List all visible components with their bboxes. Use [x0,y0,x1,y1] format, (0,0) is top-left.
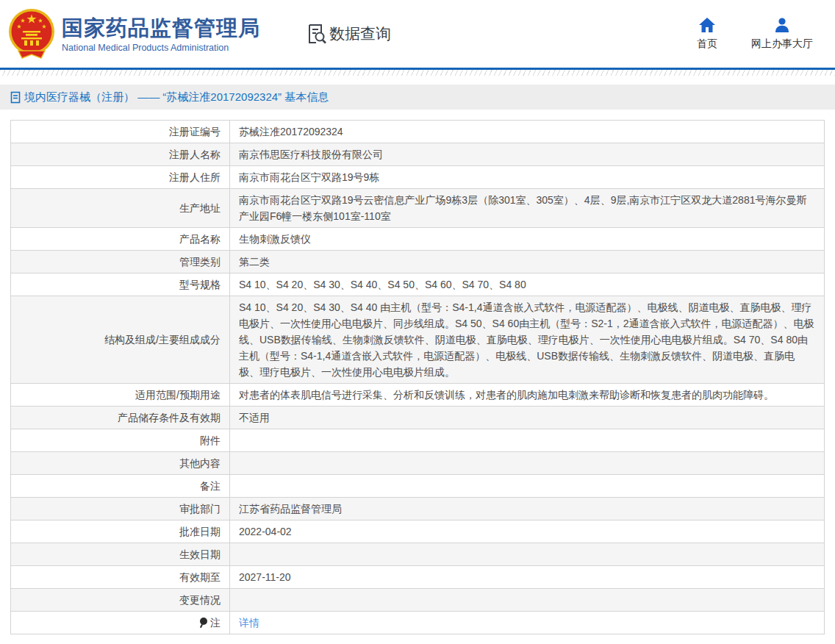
hatch-stripe [0,70,835,76]
row-value [230,589,825,612]
nav-online-hall-label: 网上办事大厅 [751,37,813,51]
row-label: 审批部门 [11,498,230,520]
user-icon [773,17,791,33]
page-title: 境内医疗器械（注册） —— “苏械注准20172092324” 基本信息 [24,90,329,104]
row-label: 变更情况 [11,589,230,612]
table-row: 注册人名称南京伟思医疗科技股份有限公司 [11,143,825,166]
nav-data-query[interactable]: 数据查询 [306,23,391,45]
row-value [230,543,825,566]
org-name-en: National Medical Products Administration [62,43,260,53]
row-label: 结构及组成/主要组成成分 [11,296,230,384]
row-value [230,429,825,452]
info-table: 注册证编号苏械注准20172092324注册人名称南京伟思医疗科技股份有限公司注… [10,120,825,634]
table-row: 附件 [11,429,825,452]
table-row: 生效日期 [11,543,825,566]
brand[interactable]: 国家药品监督管理局 National Medical Products Admi… [7,7,260,61]
row-label: 注册人名称 [11,143,230,166]
table-row: 管理类别第二类 [11,251,825,273]
row-value: 江苏省药品监督管理局 [230,498,825,520]
row-label: 注册人住所 [11,166,230,189]
breadcrumb: 境内医疗器械（注册） —— “苏械注准20172092324” 基本信息 [0,85,835,110]
row-label: 管理类别 [11,251,230,273]
row-label: 注册证编号 [11,121,230,143]
row-value: 南京市雨花台区宁双路19号9栋 [230,166,825,189]
row-label: 批准日期 [11,520,230,543]
nav-online-hall[interactable]: 网上办事大厅 [751,17,813,51]
row-value: S4 10、S4 20、S4 30、S4 40 由主机（型号：S4-1,4通道含… [230,296,825,384]
home-icon [698,17,716,33]
table-row: 其他内容 [11,452,825,475]
table-row: 审批部门江苏省药品监督管理局 [11,498,825,520]
table-row: 注册人住所南京市雨花台区宁双路19号9栋 [11,166,825,189]
row-label: 附件 [11,429,230,452]
table-row: 产品储存条件及有效期不适用 [11,407,825,429]
row-label: 备注 [11,475,230,498]
row-label: 产品储存条件及有效期 [11,407,230,429]
row-value: 南京伟思医疗科技股份有限公司 [230,143,825,166]
row-value: 苏械注准20172092324 [230,121,825,143]
row-label: 生产地址 [11,189,230,228]
row-value: 2022-04-02 [230,520,825,543]
data-query-icon [306,23,326,45]
table-row: 变更情况 [11,589,825,612]
nav-home[interactable]: 首页 [697,17,717,51]
table-row: 生产地址南京市雨花台区宁双路19号云密信息产业广场9栋3层（除301室、305室… [11,189,825,228]
row-value [230,452,825,475]
row-value: 生物刺激反馈仪 [230,228,825,251]
row-label: 适用范围/预期用途 [11,384,230,407]
nav-home-label: 首页 [697,37,717,51]
row-label: 有效期至 [11,566,230,589]
row-value: 2027-11-20 [230,566,825,589]
table-row: 型号规格S4 10、S4 20、S4 30、S4 40、S4 50、S4 60、… [11,273,825,296]
data-query-label: 数据查询 [329,24,391,44]
table-row: 有效期至2027-11-20 [11,566,825,589]
national-emblem-logo [7,7,56,61]
detail-link[interactable]: 详情 [239,617,259,629]
row-value [230,475,825,498]
table-row: 结构及组成/主要组成成分S4 10、S4 20、S4 30、S4 40 由主机（… [11,296,825,384]
row-value: 第二类 [230,251,825,273]
row-value: 不适用 [230,407,825,429]
row-label: 生效日期 [11,543,230,566]
table-row: 适用范围/预期用途对患者的体表肌电信号进行采集、分析和反馈训练，对患者的肌肉施加… [11,384,825,407]
row-value: 对患者的体表肌电信号进行采集、分析和反馈训练，对患者的肌肉施加电刺激来帮助诊断和… [230,384,825,407]
row-value: 南京市雨花台区宁双路19号云密信息产业广场9栋3层（除301室、305室）、4层… [230,189,825,228]
table-row: 注详情 [11,612,825,634]
document-icon [10,91,21,104]
table-row: 注册证编号苏械注准20172092324 [11,121,825,143]
row-label: 注 [11,612,230,634]
top-nav: 首页 网上办事大厅 [697,17,813,51]
site-header: 国家药品监督管理局 National Medical Products Admi… [0,0,835,68]
row-label: 产品名称 [11,228,230,251]
org-name-cn: 国家药品监督管理局 [62,15,260,40]
row-value: S4 10、S4 20、S4 30、S4 40、S4 50、S4 60、S4 7… [230,273,825,296]
brand-text: 国家药品监督管理局 National Medical Products Admi… [62,15,260,53]
info-table-body: 注册证编号苏械注准20172092324注册人名称南京伟思医疗科技股份有限公司注… [11,121,825,634]
table-row: 备注 [11,475,825,498]
note-balloon-icon [200,618,208,627]
row-label: 型号规格 [11,273,230,296]
table-row: 产品名称生物刺激反馈仪 [11,228,825,251]
table-row: 批准日期2022-04-02 [11,520,825,543]
row-label: 其他内容 [11,452,230,475]
row-value: 详情 [230,612,825,634]
